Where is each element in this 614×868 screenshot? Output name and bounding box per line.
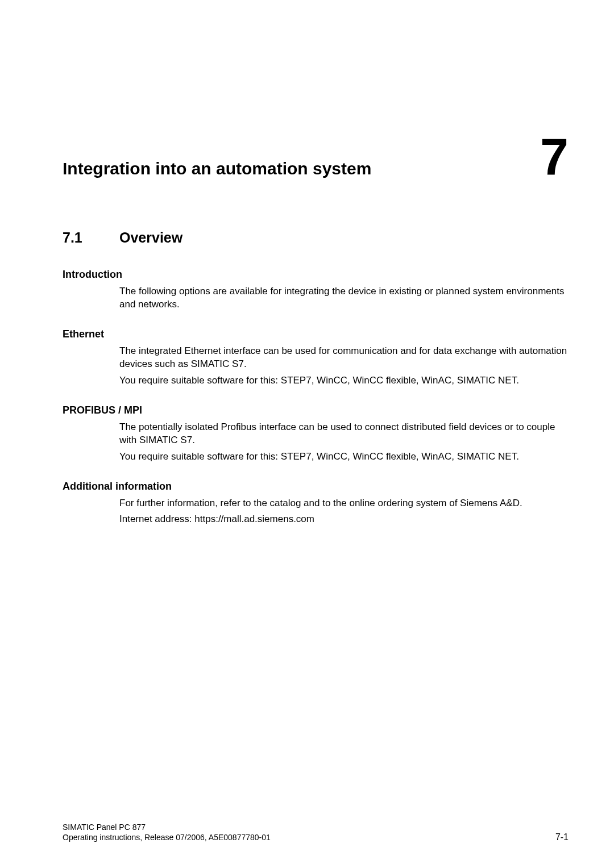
subsection-profibus-title: PROFIBUS / MPI [63,404,569,416]
footer-release: Operating instructions, Release 07/2006,… [63,832,271,842]
page-footer: SIMATIC Panel PC 877 Operating instructi… [63,822,569,842]
body-text: The potentially isolated Profibus interf… [119,421,569,447]
body-text: The following options are available for … [119,285,569,311]
body-text: You require suitable software for this: … [119,450,569,464]
chapter-number: 7 [540,136,569,177]
subsection-ethernet-title: Ethernet [63,328,569,340]
body-text: For further information, refer to the ca… [119,497,569,510]
chapter-header: Integration into an automation system 7 [63,136,569,178]
chapter-title: Integration into an automation system [63,159,371,178]
subsection-introduction-title: Introduction [63,269,569,281]
footer-product: SIMATIC Panel PC 877 [63,822,271,832]
section-number: 7.1 [63,229,119,246]
footer-page-number: 7-1 [555,832,569,842]
document-page: Integration into an automation system 7 … [0,0,614,552]
body-text: You require suitable software for this: … [119,374,569,387]
section-title: Overview [119,229,182,246]
footer-left: SIMATIC Panel PC 877 Operating instructi… [63,822,271,842]
section-header: 7.1 Overview [63,229,569,246]
body-text: The integrated Ethernet interface can be… [119,345,569,371]
body-text: Internet address: https://mall.ad.siemen… [119,513,569,526]
subsection-additional-title: Additional information [63,481,569,493]
